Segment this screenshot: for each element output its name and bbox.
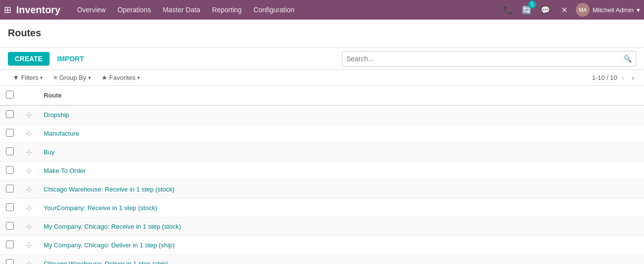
- topnav-right: 📞 🔄5 💬 ✕ MA Mitchell Admin ▾: [501, 3, 640, 17]
- table-row: ⊹Chicago Warehouse: Receive in 1 step (s…: [0, 180, 644, 199]
- nav-item-reporting[interactable]: Reporting: [207, 3, 247, 17]
- row-checkbox[interactable]: [6, 240, 14, 248]
- close-icon[interactable]: ✕: [557, 3, 571, 17]
- header-checkbox-col: [0, 86, 20, 105]
- page-title-area: Routes: [0, 20, 644, 48]
- route-name-link[interactable]: Buy: [44, 148, 54, 156]
- top-navigation: ⊞ Inventory Overview Operations Master D…: [0, 0, 644, 20]
- app-brand[interactable]: Inventory: [16, 4, 60, 16]
- row-checkbox[interactable]: [6, 166, 14, 174]
- nav-item-operations[interactable]: Operations: [112, 3, 155, 17]
- pagination: 1-10 / 10 ‹ ›: [592, 72, 636, 83]
- table-row: ⊹YourCompany: Receive in 1 step (stock): [0, 199, 644, 217]
- search-box[interactable]: 🔍: [342, 51, 636, 67]
- drag-handle-icon[interactable]: ⊹: [26, 222, 32, 231]
- search-input[interactable]: [346, 55, 623, 63]
- header-drag-col: [20, 86, 38, 105]
- drag-handle-icon[interactable]: ⊹: [26, 204, 32, 212]
- table-row: ⊹Buy: [0, 143, 644, 162]
- refresh-badge: 5: [528, 0, 536, 8]
- route-name-link[interactable]: My Company, Chicago: Deliver in 1 step (…: [44, 241, 175, 249]
- create-button[interactable]: CREATE: [8, 52, 50, 66]
- nav-item-configuration[interactable]: Configuration: [249, 3, 299, 17]
- route-name-link[interactable]: Dropship: [44, 111, 69, 119]
- favorites-label: Favorites: [109, 74, 135, 81]
- groupby-icon: ≡: [53, 74, 57, 81]
- row-checkbox[interactable]: [6, 259, 14, 264]
- row-checkbox[interactable]: [6, 110, 14, 118]
- route-name-link[interactable]: Manufacture: [44, 130, 79, 137]
- row-checkbox[interactable]: [6, 185, 14, 192]
- next-page-button[interactable]: ›: [630, 72, 636, 83]
- table-row: ⊹Chicago Warehouse: Deliver in 1 step (s…: [0, 255, 644, 264]
- refresh-icon[interactable]: 🔄5: [520, 3, 534, 17]
- user-menu[interactable]: MA Mitchell Admin ▾: [576, 3, 640, 17]
- prev-page-button[interactable]: ‹: [620, 72, 626, 83]
- nav-item-master-data[interactable]: Master Data: [158, 3, 205, 17]
- filter-toolbar: ▼ Filters ▾ ≡ Group By ▾ ★ Favorites ▾ 1…: [0, 70, 644, 86]
- header-route: Route: [38, 86, 644, 105]
- filter-icon: ▼: [13, 74, 19, 81]
- filters-caret: ▾: [40, 75, 43, 80]
- groupby-caret: ▾: [88, 75, 91, 80]
- user-name: Mitchell Admin: [592, 6, 634, 14]
- row-checkbox[interactable]: [6, 203, 14, 211]
- import-button[interactable]: IMPORT: [52, 52, 89, 66]
- pagination-text: 1-10 / 10: [592, 74, 617, 81]
- select-all-checkbox[interactable]: [6, 91, 14, 98]
- avatar: MA: [576, 3, 590, 17]
- route-name-link[interactable]: Make To Order: [44, 167, 86, 174]
- nav-menu: Overview Operations Master Data Reportin…: [72, 3, 501, 17]
- action-toolbar: CREATE IMPORT 🔍: [0, 48, 644, 70]
- groupby-button[interactable]: ≡ Group By ▾: [49, 72, 96, 83]
- drag-handle-icon[interactable]: ⊹: [26, 148, 32, 156]
- drag-handle-icon[interactable]: ⊹: [26, 129, 32, 138]
- row-checkbox[interactable]: [6, 222, 14, 230]
- route-name-link[interactable]: Chicago Warehouse: Receive in 1 step (st…: [44, 186, 175, 193]
- filters-button[interactable]: ▼ Filters ▾: [8, 72, 48, 83]
- user-dropdown-icon: ▾: [637, 6, 640, 14]
- phone-icon[interactable]: 📞: [501, 3, 515, 17]
- row-checkbox[interactable]: [6, 147, 14, 155]
- routes-list: Route ⊹Dropship⊹Manufacture⊹Buy⊹Make To …: [0, 86, 644, 264]
- favorites-caret: ▾: [137, 75, 140, 80]
- search-icon: 🔍: [623, 55, 632, 63]
- route-name-link[interactable]: Chicago Warehouse: Deliver in 1 step (sh…: [44, 260, 168, 264]
- drag-handle-icon[interactable]: ⊹: [26, 241, 32, 249]
- grid-icon[interactable]: ⊞: [4, 4, 11, 15]
- filters-label: Filters: [21, 74, 38, 81]
- nav-item-overview[interactable]: Overview: [72, 3, 110, 17]
- table-row: ⊹Manufacture: [0, 124, 644, 143]
- table-row: ⊹My Company, Chicago: Receive in 1 step …: [0, 217, 644, 236]
- groupby-label: Group By: [59, 74, 86, 81]
- table-row: ⊹Make To Order: [0, 162, 644, 180]
- route-name-link[interactable]: YourCompany: Receive in 1 step (stock): [44, 204, 157, 212]
- favorites-icon: ★: [102, 74, 107, 81]
- drag-handle-icon[interactable]: ⊹: [26, 111, 32, 119]
- drag-handle-icon[interactable]: ⊹: [26, 260, 32, 264]
- route-name-link[interactable]: My Company, Chicago: Receive in 1 step (…: [44, 223, 181, 230]
- table-row: ⊹Dropship: [0, 105, 644, 124]
- table-header: Route: [0, 86, 644, 105]
- action-buttons: CREATE IMPORT: [8, 52, 89, 66]
- page-title: Routes: [8, 24, 41, 44]
- row-checkbox[interactable]: [6, 129, 14, 137]
- chat-icon[interactable]: 💬: [539, 3, 552, 17]
- table-row: ⊹My Company, Chicago: Deliver in 1 step …: [0, 236, 644, 255]
- drag-handle-icon[interactable]: ⊹: [26, 167, 32, 175]
- drag-handle-icon[interactable]: ⊹: [26, 185, 32, 193]
- favorites-button[interactable]: ★ Favorites ▾: [97, 72, 145, 83]
- search-filter-area: 🔍: [342, 51, 636, 67]
